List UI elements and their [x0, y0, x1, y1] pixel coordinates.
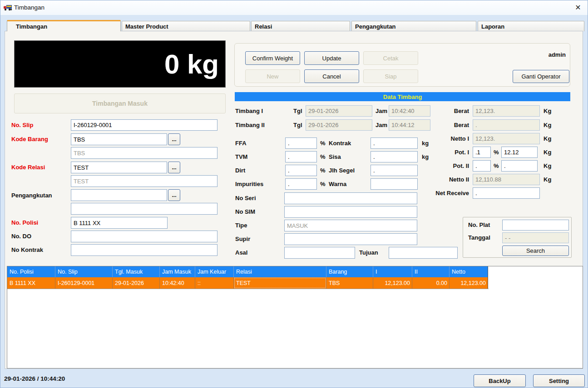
new-button[interactable]: New [245, 69, 300, 83]
pengangkutan-nama-field [71, 203, 217, 215]
supir-input[interactable] [284, 233, 417, 245]
pot2-kg-input[interactable]: . [501, 160, 538, 172]
timbang1-jam-label: Jam [376, 108, 387, 114]
timbangan-masuk-button[interactable]: Timbangan Masuk [14, 93, 226, 113]
timbang1-tgl-label: Tgl [293, 108, 302, 114]
timbang2-berat-label: Berat [418, 122, 469, 128]
no-polisi-input[interactable]: B 1111 XX [71, 217, 168, 229]
net-receive-label: Net Receive [418, 190, 469, 196]
timbang1-unit: Kg [544, 108, 551, 114]
net-receive-input[interactable]: . [473, 187, 540, 199]
timbang2-tgl-field: 29-01-2026 [306, 119, 372, 131]
dirt-input[interactable]: . [285, 165, 317, 176]
asal-label: Asal [235, 249, 247, 256]
warna-input[interactable] [371, 178, 418, 190]
cell-jam-keluar[interactable]: :: [195, 277, 234, 289]
ffa-label: FFA [235, 140, 247, 147]
ganti-operator-button[interactable]: Ganti Operator [513, 70, 569, 83]
kode-barang-label: Kode Barang [11, 136, 48, 142]
pot2-pct-input[interactable]: . [473, 160, 491, 172]
tipe-label: Tipe [235, 222, 247, 229]
asal-input[interactable] [284, 247, 355, 259]
no-polisi-label: No. Polisi [11, 219, 38, 226]
col-tgl-masuk[interactable]: Tgl. Masuk [113, 266, 160, 277]
cell-relasi[interactable]: TEST [234, 277, 326, 289]
kode-relasi-browse-button[interactable]: ... [168, 162, 180, 173]
supir-label: Supir [235, 236, 250, 242]
col-jam-masuk[interactable]: Jam Masuk [160, 266, 195, 277]
tab-timbangan[interactable]: Timbangan [7, 20, 121, 31]
col-i[interactable]: I [373, 266, 412, 277]
col-netto[interactable]: Netto [450, 266, 488, 277]
impurities-input[interactable]: . [285, 178, 317, 190]
tab-relasi[interactable]: Relasi [251, 21, 350, 31]
jlh-segel-input[interactable]: . [371, 165, 418, 176]
pengangkutan-label: Pengangkutan [11, 192, 52, 199]
cetak-button[interactable]: Cetak [363, 51, 418, 65]
status-datetime: 29-01-2026 / 10:44:20 [4, 375, 65, 382]
no-kontrak-input[interactable] [71, 244, 217, 256]
no-sim-input[interactable] [284, 206, 417, 218]
ffa-input[interactable]: . [285, 138, 317, 149]
col-no-slip[interactable]: No. Slip [55, 266, 113, 277]
update-button[interactable]: Update [304, 51, 359, 65]
kode-barang-browse-button[interactable]: ... [168, 133, 180, 145]
tanggal-field: - - [502, 232, 569, 243]
kode-barang-input[interactable]: TBS [71, 133, 167, 145]
window-title: Timbangan [14, 4, 44, 11]
netto2-label: Netto II [418, 176, 469, 183]
tvm-label: TVM [235, 153, 247, 160]
netto1-field: 12,123. [473, 133, 540, 144]
tvm-input[interactable]: . [285, 151, 317, 162]
col-relasi[interactable]: Relasi [234, 266, 326, 277]
pot1-kg-input[interactable]: 12.12 [501, 147, 538, 158]
siap-button[interactable]: Siap [363, 69, 418, 83]
setting-button[interactable]: Setting [533, 374, 585, 387]
netto1-label: Netto I [418, 135, 469, 142]
kode-relasi-label: Kode Relasi [11, 164, 45, 171]
cell-tgl-masuk[interactable]: 29-01-2026 [113, 277, 160, 289]
pot1-label: Pot. I [418, 149, 469, 156]
col-no-polisi[interactable]: No. Polisi [7, 266, 55, 277]
kontrak-input[interactable]: . [371, 138, 418, 149]
timbang2-label: Timbang II [235, 122, 265, 128]
cell-no-polisi[interactable]: B 1111 XX [7, 277, 55, 289]
tab-pengangkutan[interactable]: Pengangkutan [351, 21, 476, 31]
table-row[interactable]: B 1111 XX I-260129-0001 29-01-2026 10:42… [7, 277, 489, 289]
tujuan-input[interactable] [389, 247, 458, 259]
tvm-pct-unit: % [320, 153, 326, 160]
cell-berat-i[interactable]: 12,123.00 [373, 277, 412, 289]
pengangkutan-browse-button[interactable]: ... [168, 189, 180, 201]
no-seri-input[interactable] [284, 192, 417, 204]
backup-button[interactable]: BackUp [474, 374, 526, 387]
search-button[interactable]: Search [502, 246, 569, 256]
cancel-button[interactable]: Cancel [304, 69, 359, 83]
no-kontrak-label: No Kontrak [11, 246, 43, 253]
col-ii[interactable]: II [412, 266, 450, 277]
col-jam-keluar[interactable]: Jam Keluar [195, 266, 234, 277]
tab-master-product[interactable]: Master Product [122, 21, 250, 31]
col-barang[interactable]: Barang [326, 266, 373, 277]
pengangkutan-input[interactable] [71, 189, 167, 201]
cell-netto[interactable]: 12,123.00 [450, 277, 488, 289]
cell-barang[interactable]: TBS [326, 277, 373, 289]
impurities-label: Impurities [235, 181, 263, 187]
pot1-pct-input[interactable]: .1 [473, 147, 491, 158]
pot2-pct-unit: % [494, 162, 499, 169]
tab-laporan[interactable]: Laporan [478, 21, 584, 31]
cell-jam-masuk[interactable]: 10:42:40 [160, 277, 195, 289]
no-do-input[interactable] [71, 231, 217, 242]
kontrak-label: Kontrak [329, 140, 351, 147]
kode-relasi-input[interactable]: TEST [71, 162, 167, 173]
cell-berat-ii[interactable]: 0.00 [412, 277, 450, 289]
close-icon[interactable]: ✕ [572, 2, 584, 14]
no-sim-label: No SIM [235, 208, 255, 215]
weigh-records-table: No. Polisi No. Slip Tgl. Masuk Jam Masuk… [7, 266, 583, 368]
confirm-weight-button[interactable]: Confirm Weight [245, 51, 300, 65]
no-seri-label: No Seri [235, 195, 256, 201]
no-plat-input[interactable] [502, 220, 569, 231]
cell-no-slip[interactable]: I-260129-0001 [55, 277, 113, 289]
no-slip-input[interactable]: I-260129-0001 [71, 119, 217, 131]
no-plat-label: No. Plat [468, 221, 490, 228]
sisa-input[interactable]: . [371, 151, 418, 162]
